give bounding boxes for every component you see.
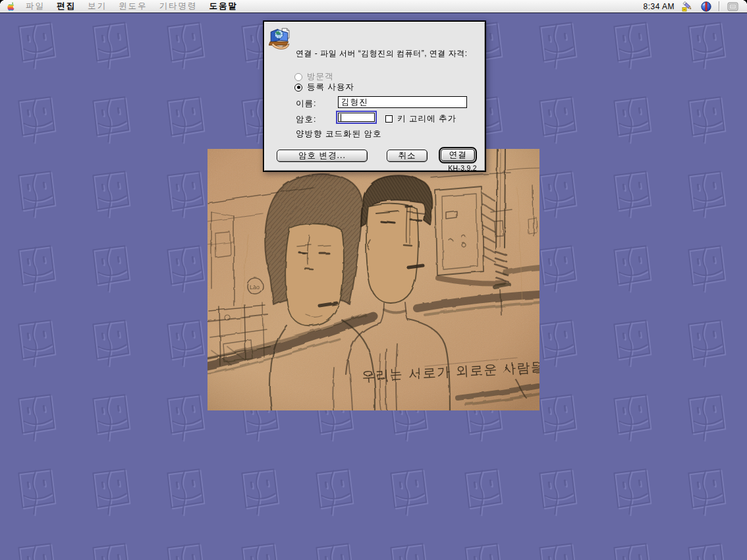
apple-menu[interactable] (7, 1, 15, 12)
screen-corner-right (744, 0, 747, 3)
menu-file[interactable]: 파일 (20, 1, 51, 12)
connect-button[interactable]: 연결 (441, 149, 475, 161)
dialog-title: 연결 - 파일 서버 “김형진의 컴퓨터”, 연결 자격: (296, 48, 485, 59)
menu-edit[interactable]: 편집 (51, 1, 82, 12)
text-caret (341, 114, 341, 121)
menubar-clock[interactable]: 8:34 AM (643, 2, 675, 11)
radio-registered-label: 등록 사용자 (307, 82, 354, 93)
keychain-checkbox[interactable] (385, 115, 393, 123)
password-label: 암호: (296, 114, 316, 125)
menu-window[interactable]: 윈도우 (113, 1, 153, 12)
menu-help[interactable]: 도움말 (204, 1, 244, 12)
apple-logo-icon (7, 1, 15, 12)
name-input[interactable] (338, 96, 467, 108)
menubar: 파일 편집 보기 윈도우 기타명령 도움말 8:34 AM (0, 0, 747, 13)
password-hint: 양방향 코드화된 암호 (296, 128, 381, 140)
default-button-ring: 연결 (439, 147, 477, 163)
name-label: 이름: (296, 98, 316, 109)
cancel-button[interactable]: 취소 (387, 150, 428, 162)
change-password-button[interactable]: 암호 변경... (277, 150, 368, 162)
radio-guest-circle[interactable] (294, 73, 302, 81)
app-switcher-icon[interactable] (727, 1, 738, 12)
keychain-checkbox-row[interactable]: 키 고리에 추가 (385, 113, 456, 125)
screen-corner-left (0, 0, 3, 3)
pencil-input-icon[interactable] (682, 1, 694, 12)
application-icon[interactable] (701, 1, 711, 12)
radio-registered-user[interactable]: 등록 사용자 (294, 82, 354, 93)
menu-view[interactable]: 보기 (82, 1, 113, 12)
desktop-picture: Lao 우리는 서로가 외로운 사람들 (208, 149, 540, 410)
menubar-divider (719, 1, 720, 11)
version-label: KH-3.9.2 (448, 164, 477, 172)
menu-commands[interactable]: 기타명령 (153, 1, 204, 12)
radio-guest[interactable]: 방문객 (294, 71, 334, 82)
connect-dialog: 연결 - 파일 서버 “김형진의 컴퓨터”, 연결 자격: 방문객 등록 사용자… (263, 20, 486, 172)
radio-guest-label: 방문객 (307, 71, 334, 82)
radio-registered-circle[interactable] (294, 84, 302, 92)
password-input[interactable] (336, 111, 377, 124)
keychain-label: 키 고리에 추가 (397, 113, 456, 125)
appleshare-server-icon (269, 27, 291, 49)
sketch-bubble-text: Lao (249, 283, 259, 290)
